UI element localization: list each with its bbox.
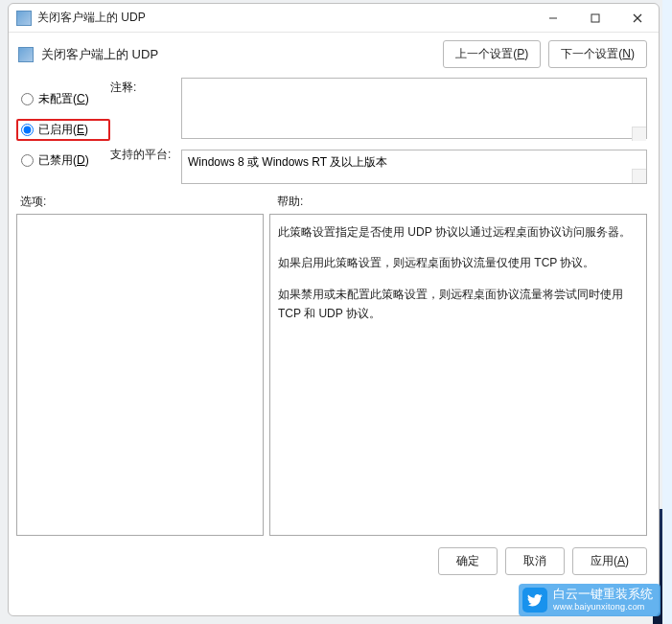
comment-label: 注释:	[110, 80, 181, 147]
next-setting-button[interactable]: 下一个设置(N)	[548, 40, 647, 68]
radio-disabled-input[interactable]	[21, 154, 34, 167]
radio-label: 已启用(E)	[38, 122, 88, 138]
app-icon	[16, 11, 32, 26]
radio-label: 已禁用(D)	[38, 152, 89, 169]
radio-group: 未配置(C) 已启用(E) 已禁用(D)	[16, 78, 110, 184]
apply-button[interactable]: 应用(A)	[572, 547, 647, 575]
radio-disabled[interactable]: 已禁用(D)	[16, 150, 110, 171]
header-row: 关闭客户端上的 UDP 上一个设置(P) 下一个设置(N)	[9, 33, 659, 72]
button-bar: 确定 取消 应用(A)	[9, 542, 659, 581]
previous-setting-button[interactable]: 上一个设置(P)	[443, 40, 541, 68]
radio-not-configured[interactable]: 未配置(C)	[16, 89, 110, 109]
comment-textarea[interactable]	[181, 78, 647, 139]
ok-button[interactable]: 确定	[438, 547, 498, 575]
maximize-button[interactable]	[574, 4, 616, 33]
help-paragraph: 此策略设置指定是否使用 UDP 协议以通过远程桌面协议访问服务器。	[278, 222, 638, 242]
options-label: 选项:	[20, 194, 277, 210]
help-label: 帮助:	[277, 194, 647, 210]
window-title: 关闭客户端上的 UDP	[37, 10, 532, 26]
supported-platforms-box: Windows 8 或 Windows RT 及以上版本	[181, 150, 647, 184]
radio-enabled[interactable]: 已启用(E)	[16, 119, 110, 141]
cancel-button[interactable]: 取消	[505, 547, 565, 575]
titlebar: 关闭客户端上的 UDP	[9, 4, 659, 33]
help-paragraph: 如果禁用或未配置此策略设置，则远程桌面协议流量将尝试同时使用 TCP 和 UDP…	[278, 285, 638, 324]
platforms-label: 支持的平台:	[110, 147, 181, 179]
help-panel: 此策略设置指定是否使用 UDP 协议以通过远程桌面协议访问服务器。 如果启用此策…	[269, 214, 647, 536]
close-button[interactable]	[616, 4, 659, 33]
svg-rect-1	[591, 14, 599, 22]
options-panel	[16, 214, 264, 536]
help-paragraph: 如果启用此策略设置，则远程桌面协议流量仅使用 TCP 协议。	[278, 253, 638, 272]
dialog-window: 关闭客户端上的 UDP 关闭客户端上的 UDP 上一个设置(P) 下一个设置(N…	[8, 3, 660, 616]
supported-platforms-text: Windows 8 或 Windows RT 及以上版本	[188, 155, 387, 169]
policy-title: 关闭客户端上的 UDP	[41, 46, 435, 63]
radio-enabled-input[interactable]	[21, 124, 34, 136]
radio-not-configured-input[interactable]	[21, 93, 34, 105]
policy-icon	[18, 47, 34, 62]
minimize-button[interactable]	[532, 4, 574, 33]
radio-label: 未配置(C)	[38, 91, 89, 107]
